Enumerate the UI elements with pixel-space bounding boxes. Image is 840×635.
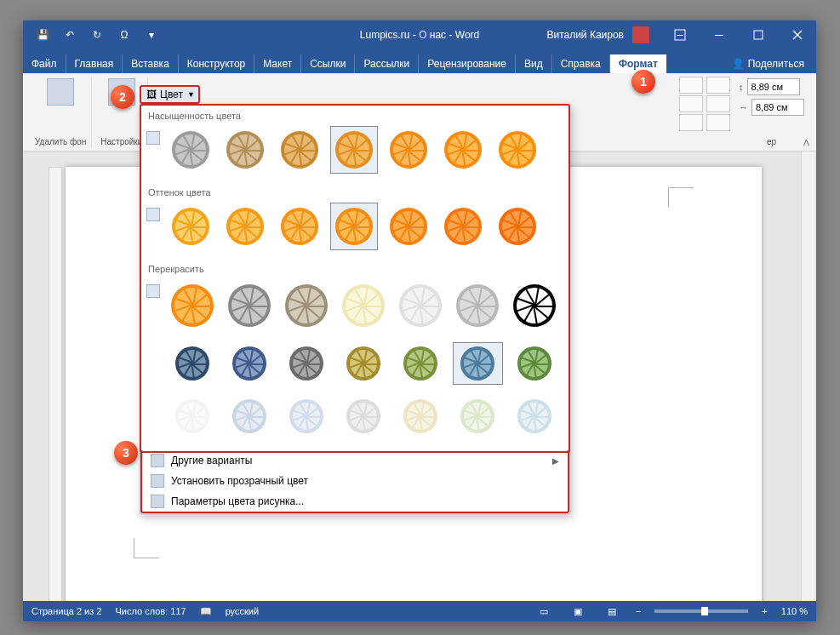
color-swatch[interactable]: [385, 126, 432, 174]
color-swatch[interactable]: [396, 342, 446, 385]
color-swatch[interactable]: [439, 203, 487, 250]
page-indicator[interactable]: Страница 2 из 2: [31, 606, 101, 616]
spellcheck-icon[interactable]: 📖: [200, 606, 212, 617]
tab-справка[interactable]: Справка: [552, 54, 610, 73]
color-swatch[interactable]: [167, 203, 214, 250]
save-icon[interactable]: 💾: [30, 23, 55, 47]
color-swatch[interactable]: [453, 395, 503, 438]
wrap-button[interactable]: [679, 95, 703, 112]
tab-вставка[interactable]: Вставка: [123, 54, 179, 73]
print-layout-icon[interactable]: ▣: [568, 603, 588, 620]
color-swatch[interactable]: [494, 203, 541, 250]
color-swatch[interactable]: [281, 279, 331, 332]
margin-guide: [668, 187, 694, 208]
ribbon-tabs: ФайлГлавнаяВставкаКонструкторМакетСсылки…: [23, 49, 816, 73]
maximize-icon[interactable]: [740, 20, 777, 49]
redo-icon[interactable]: ↻: [84, 23, 110, 47]
color-swatch[interactable]: [338, 342, 388, 385]
color-swatch[interactable]: [167, 395, 217, 438]
remove-background-group[interactable]: Удалить фон: [30, 77, 92, 148]
color-swatch[interactable]: [338, 395, 388, 438]
corrections-label: Настройки: [100, 137, 142, 146]
color-swatch[interactable]: [167, 126, 214, 174]
color-swatch[interactable]: [510, 342, 560, 385]
color-swatch[interactable]: [510, 279, 560, 332]
picture-color-options-item[interactable]: Параметры цвета рисунка...: [142, 491, 568, 512]
collapse-ribbon-icon[interactable]: ᐱ: [803, 138, 809, 147]
color-swatch[interactable]: [281, 342, 331, 385]
set-transparent-label: Установить прозрачный цвет: [171, 475, 308, 487]
recolor-row: [141, 340, 569, 393]
color-swatch[interactable]: [396, 279, 446, 332]
tab-главная[interactable]: Главная: [66, 54, 123, 73]
backward-button[interactable]: [706, 95, 730, 112]
callout-badge-1: 1: [631, 70, 655, 94]
tab-макет[interactable]: Макет: [254, 54, 301, 73]
web-layout-icon[interactable]: ▤: [602, 603, 622, 620]
color-swatch[interactable]: [453, 342, 503, 385]
color-dropdown-button[interactable]: 🖼 Цвет ▼: [140, 85, 200, 104]
word-count[interactable]: Число слов: 117: [115, 606, 186, 616]
minimize-icon[interactable]: [700, 20, 738, 49]
avatar[interactable]: [632, 26, 649, 43]
tab-рецензирование[interactable]: Рецензирование: [419, 54, 516, 73]
forward-button[interactable]: [706, 77, 730, 94]
color-swatch[interactable]: [224, 279, 274, 332]
color-swatch[interactable]: [338, 279, 388, 332]
symbol-icon[interactable]: Ω: [111, 23, 137, 47]
color-swatch[interactable]: [221, 126, 269, 174]
zoom-value[interactable]: 110 %: [781, 606, 808, 616]
color-swatch[interactable]: [453, 279, 503, 332]
transparent-icon: [151, 474, 164, 488]
set-transparent-item[interactable]: Установить прозрачный цвет: [142, 471, 568, 491]
close-icon[interactable]: [779, 20, 816, 49]
tab-вид[interactable]: Вид: [516, 54, 552, 73]
undo-icon[interactable]: ↶: [57, 23, 83, 47]
color-swatch[interactable]: [276, 126, 323, 174]
read-mode-icon[interactable]: ▭: [534, 603, 554, 620]
color-swatch[interactable]: [510, 395, 560, 438]
color-swatch[interactable]: [224, 395, 274, 438]
zoom-slider[interactable]: [654, 609, 748, 613]
rotate-button[interactable]: [706, 114, 730, 131]
more-variants-item[interactable]: Другие варианты ▶: [142, 450, 568, 471]
tab-рассылки[interactable]: Рассылки: [355, 54, 419, 73]
saturation-row: [141, 124, 569, 182]
width-icon: ↔: [739, 102, 748, 112]
submenu-arrow-icon: ▶: [552, 456, 559, 466]
recolor-row: [141, 277, 569, 340]
color-swatch[interactable]: [167, 279, 217, 332]
remove-bg-label: Удалить фон: [35, 137, 86, 146]
zoom-out-icon[interactable]: −: [636, 606, 641, 616]
height-input[interactable]: [747, 78, 800, 95]
qat-more-icon[interactable]: ▾: [139, 23, 164, 47]
color-swatch[interactable]: [167, 342, 217, 385]
color-swatch[interactable]: [330, 203, 378, 250]
position-button[interactable]: [679, 77, 703, 94]
share-button[interactable]: 👤 Поделиться: [720, 54, 816, 73]
align-button[interactable]: [679, 114, 703, 131]
user-name[interactable]: Виталий Каиров: [540, 29, 631, 41]
vertical-scrollbar[interactable]: [801, 152, 814, 601]
titlebar: 💾 ↶ ↻ Ω ▾ Lumpics.ru - О нас - Word Вита…: [23, 20, 816, 49]
color-swatch[interactable]: [396, 395, 446, 438]
color-swatch[interactable]: [330, 126, 378, 174]
tab-файл[interactable]: Файл: [23, 54, 66, 73]
color-swatch[interactable]: [224, 342, 274, 385]
zoom-in-icon[interactable]: +: [762, 606, 767, 616]
recolor-title: Перекрасить: [141, 259, 569, 277]
recolor-row-icon: [146, 284, 160, 298]
ribbon-options-icon[interactable]: [661, 20, 699, 49]
color-swatch[interactable]: [439, 126, 487, 174]
color-swatch[interactable]: [276, 203, 323, 250]
tab-конструктор[interactable]: Конструктор: [179, 54, 254, 73]
color-swatch[interactable]: [385, 203, 432, 250]
color-swatch[interactable]: [221, 203, 269, 250]
tab-ссылки[interactable]: Ссылки: [301, 54, 355, 73]
color-swatch[interactable]: [281, 395, 331, 438]
width-input[interactable]: [751, 99, 804, 116]
language-indicator[interactable]: русский: [226, 606, 259, 616]
size-group: ↕ ↔ ер: [734, 77, 809, 148]
color-swatch[interactable]: [494, 126, 541, 174]
window-title: Lumpics.ru - О нас - Word: [360, 29, 479, 41]
